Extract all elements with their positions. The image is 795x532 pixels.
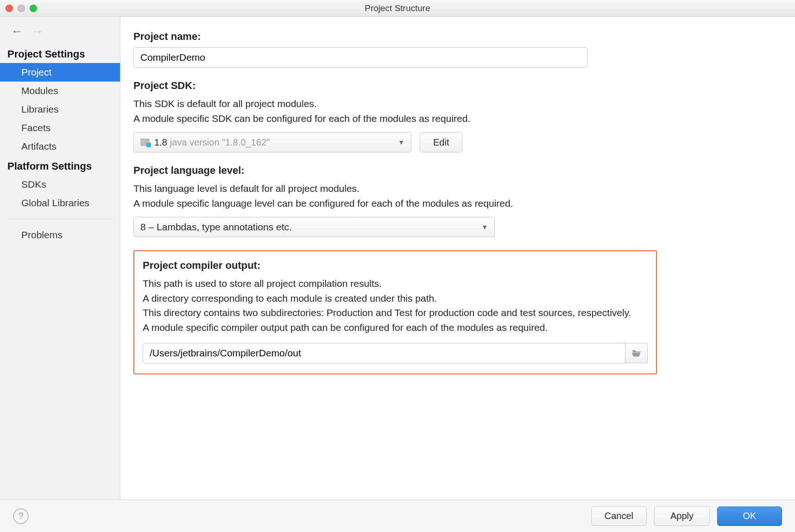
browse-output-button[interactable] — [625, 343, 648, 363]
sidebar-item-label: Facets — [21, 122, 50, 133]
help-icon: ? — [18, 511, 23, 521]
sidebar-heading-project-settings: Project Settings — [0, 44, 120, 63]
cancel-button[interactable]: Cancel — [591, 507, 647, 526]
sidebar-item-sdks[interactable]: SDKs — [0, 175, 120, 194]
ok-button[interactable]: OK — [717, 507, 782, 526]
sidebar-item-label: Libraries — [21, 104, 59, 114]
language-level-desc-1: This language level is default for all p… — [133, 181, 778, 196]
sidebar-item-label: Problems — [21, 229, 63, 240]
sidebar-divider — [7, 219, 113, 219]
compiler-output-desc-2: A directory corresponding to each module… — [143, 291, 648, 306]
compiler-output-input[interactable] — [143, 343, 625, 363]
apply-button-label: Apply — [670, 511, 694, 521]
project-sdk-label: Project SDK: — [133, 80, 778, 92]
sdk-version-text: java version "1.8.0_162" — [170, 137, 270, 148]
cancel-button-label: Cancel — [605, 511, 633, 521]
help-button[interactable]: ? — [13, 508, 29, 524]
sidebar-item-global-libraries[interactable]: Global Libraries — [0, 194, 120, 212]
nav-history: ← → — [0, 17, 120, 44]
language-level-desc-2: A module specific language level can be … — [133, 196, 778, 211]
language-level-label: Project language level: — [133, 165, 778, 177]
chevron-down-icon: ▼ — [398, 139, 404, 146]
chevron-down-icon: ▼ — [481, 223, 488, 231]
compiler-output-label: Project compiler output: — [143, 260, 648, 272]
sidebar-item-problems[interactable]: Problems — [0, 226, 120, 244]
dialog-footer: ? Cancel Apply OK — [0, 500, 795, 532]
nav-forward-icon: → — [32, 25, 44, 37]
sidebar-item-project[interactable]: Project — [0, 63, 120, 82]
project-sdk-desc-2: A module specific SDK can be configured … — [133, 111, 778, 126]
sidebar-item-label: Project — [21, 67, 51, 77]
ok-button-label: OK — [743, 511, 757, 521]
window-title: Project Structure — [0, 3, 795, 13]
sidebar-item-facets[interactable]: Facets — [0, 119, 120, 137]
compiler-output-desc-4: A module specific compiler output path c… — [143, 320, 648, 335]
main-panel: Project name: Project SDK: This SDK is d… — [120, 17, 795, 500]
sidebar-item-label: SDKs — [21, 179, 46, 190]
sidebar-item-artifacts[interactable]: Artifacts — [0, 137, 120, 156]
title-bar: Project Structure — [0, 0, 795, 17]
sidebar: ← → Project Settings Project Modules Lib… — [0, 17, 120, 500]
sdk-selected-value: 1.8 — [154, 137, 167, 148]
project-name-label: Project name: — [133, 31, 778, 43]
language-level-dropdown[interactable]: 8 – Lambdas, type annotations etc. ▼ — [133, 217, 495, 237]
folder-open-icon — [631, 349, 642, 357]
sidebar-item-label: Artifacts — [21, 141, 57, 152]
edit-sdk-button[interactable]: Edit — [420, 132, 462, 152]
sdk-folder-icon — [140, 139, 150, 146]
sidebar-item-label: Modules — [21, 85, 58, 96]
project-name-input[interactable] — [133, 47, 587, 68]
sidebar-item-label: Global Libraries — [21, 197, 89, 208]
compiler-output-highlight: Project compiler output: This path is us… — [133, 250, 657, 374]
compiler-output-desc-1: This path is used to store all project c… — [143, 276, 648, 291]
apply-button[interactable]: Apply — [654, 507, 710, 526]
project-sdk-dropdown[interactable]: 1.8 java version "1.8.0_162" ▼ — [133, 132, 411, 152]
project-sdk-desc-1: This SDK is default for all project modu… — [133, 96, 778, 111]
language-level-selected: 8 – Lambdas, type annotations etc. — [140, 222, 292, 233]
sidebar-heading-platform-settings: Platform Settings — [0, 156, 120, 175]
sidebar-item-libraries[interactable]: Libraries — [0, 100, 120, 119]
compiler-output-desc-3: This directory contains two subdirectori… — [143, 305, 648, 320]
sidebar-item-modules[interactable]: Modules — [0, 82, 120, 100]
edit-sdk-button-label: Edit — [433, 137, 449, 148]
nav-back-icon[interactable]: ← — [11, 25, 23, 37]
